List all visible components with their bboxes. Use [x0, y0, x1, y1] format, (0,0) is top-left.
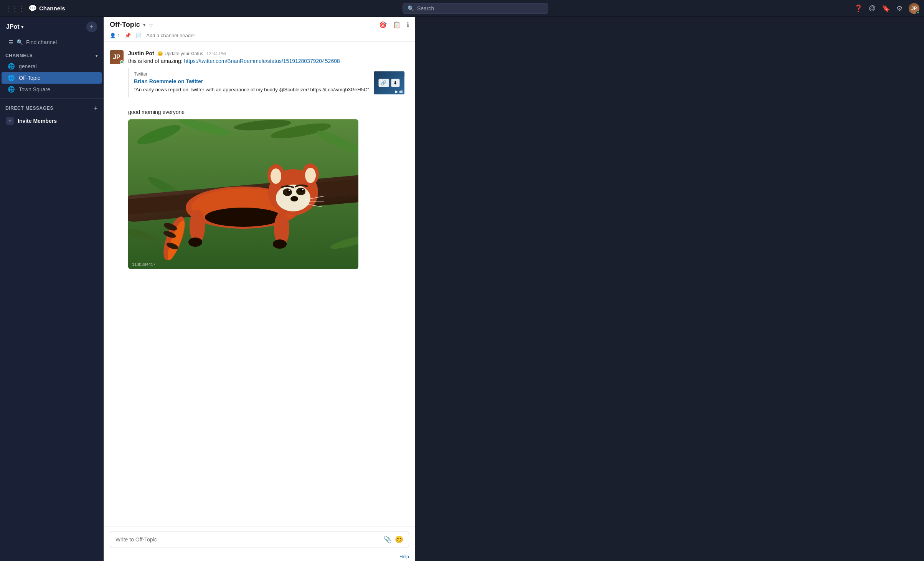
search-box[interactable]: 🔍 Search — [403, 3, 548, 14]
message-text: this is kind of amazing: https://twitter… — [128, 57, 409, 65]
status-text: Update your status — [165, 51, 203, 56]
channels-icon: 💬 — [28, 4, 37, 13]
bookmark-icon[interactable]: 🔖 — [882, 4, 890, 13]
embed-download-button[interactable]: ⬇ — [391, 79, 399, 87]
goal-icon[interactable]: 🎯 — [379, 21, 387, 28]
topbar-center: 🔍 Search — [104, 3, 847, 14]
invite-icon: + — [6, 117, 14, 125]
embed-thumbnail[interactable]: 🔗 ⬇ ▶ 45 — [374, 71, 404, 94]
sidebar-item-town-square[interactable]: 🌐 Town Square — [2, 84, 102, 95]
members-count: 1 — [117, 33, 120, 38]
dm-label: DIRECT MESSAGES — [5, 106, 53, 111]
svg-point-28 — [271, 168, 281, 184]
svg-point-19 — [205, 208, 282, 227]
filter-icon: ☰ — [8, 39, 13, 45]
message-item: JP Justin Pot 😊 Update your status 12:04… — [110, 48, 409, 103]
svg-point-23 — [273, 239, 287, 249]
invite-members-item[interactable]: + Invite Members — [0, 115, 103, 127]
emoji-input-icon[interactable]: 😊 — [395, 535, 403, 544]
file-meta[interactable]: 📄 — [135, 33, 142, 38]
sidebar-search[interactable]: ☰ 🔍 Find channel — [3, 37, 100, 48]
search-placeholder: Search — [417, 5, 434, 12]
apps-icon[interactable]: ⋮⋮⋮ — [5, 4, 25, 13]
embed-title[interactable]: Brian Roemmele on Twitter — [134, 78, 369, 84]
embed-description: “An early news report on Twitter with an… — [134, 86, 369, 94]
sidebar-item-label: general — [19, 63, 37, 69]
svg-point-33 — [300, 188, 304, 192]
channel-header-right: 🎯 📋 ℹ — [379, 21, 409, 28]
clipboard-icon[interactable]: 📋 — [393, 21, 401, 28]
topbar-right: ❓ @ 🔖 ⚙ JP — [847, 3, 924, 14]
globe-icon: 🌐 — [8, 63, 15, 70]
message-author: Justin Pot — [128, 50, 154, 56]
message-time: 12:04 PM — [206, 51, 226, 56]
globe-icon-3: 🌐 — [8, 86, 15, 93]
mention-icon[interactable]: @ — [869, 4, 876, 12]
message-input-box: 📎 😊 — [110, 531, 409, 548]
svg-point-29 — [305, 168, 316, 183]
attachment-icon[interactable]: 📎 — [383, 535, 392, 544]
search-icon: 🔍 — [408, 5, 414, 12]
embed-source: Twitter — [134, 71, 369, 77]
embed-content: Twitter Brian Roemmele on Twitter “An ea… — [134, 71, 369, 94]
sidebar-divider — [0, 98, 103, 99]
dm-add-button[interactable]: + — [94, 105, 98, 112]
status-indicator[interactable]: 😊 Update your status — [157, 51, 203, 56]
help-icon[interactable]: ❓ — [854, 4, 863, 13]
svg-text:1130384417: 1130384417 — [132, 262, 155, 267]
globe-icon-2: 🌐 — [8, 74, 15, 81]
info-icon[interactable]: ℹ — [407, 21, 409, 28]
file-icon: 📄 — [135, 33, 142, 38]
find-channel-text: Find channel — [26, 39, 57, 45]
sidebar-item-label: Off-Topic — [19, 75, 40, 81]
members-meta[interactable]: 👤 1 — [110, 33, 120, 38]
star-icon[interactable]: ☆ — [148, 22, 153, 28]
svg-point-36 — [290, 196, 298, 201]
workspace-name: JPot ▾ — [6, 23, 23, 30]
sidebar-item-off-topic[interactable]: 🌐 Off-Topic — [2, 72, 102, 84]
sidebar-item-general[interactable]: 🌐 general — [2, 61, 102, 72]
workspace-header[interactable]: JPot ▾ + — [0, 17, 103, 37]
online-badge — [916, 11, 920, 14]
help-link[interactable]: Help — [399, 554, 409, 559]
embed-thumbnail-actions: 🔗 ⬇ — [378, 79, 399, 87]
message-text-2: good morning everyone — [128, 108, 409, 116]
footer: Help — [104, 553, 415, 561]
svg-point-34 — [289, 190, 290, 191]
message-body-2: good morning everyone — [128, 108, 409, 269]
add-channel-button[interactable]: + — [86, 21, 97, 32]
topbar-left: ⋮⋮⋮ 💬 Channels — [0, 4, 104, 13]
avatar: JP — [110, 50, 124, 64]
red-panda-image[interactable]: gettyimages® Marianne Purdie 1130384417 — [128, 119, 358, 269]
topbar-brand: 💬 Channels — [28, 4, 65, 13]
message-item-2: good morning everyone — [110, 106, 409, 271]
channels-section-header[interactable]: CHANNELS ▾ — [0, 51, 103, 61]
message-link[interactable]: https://twitter.com/BrianRoemmele/status… — [184, 58, 340, 64]
message-input[interactable] — [116, 536, 380, 543]
sidebar: JPot ▾ + ☰ 🔍 Find channel CHANNELS ▾ 🌐 g… — [0, 17, 104, 561]
embed-link-button[interactable]: 🔗 — [378, 79, 389, 87]
sidebar-item-label: Town Square — [19, 86, 50, 92]
channel-meta-row: 👤 1 📌 📄 Add a channel header — [110, 31, 409, 41]
pin-meta[interactable]: 📌 — [125, 33, 131, 38]
members-icon: 👤 — [110, 33, 116, 38]
add-header-button[interactable]: Add a channel header — [146, 33, 195, 38]
channel-dropdown-icon[interactable]: ▾ — [143, 22, 145, 28]
channels-label: CHANNELS — [5, 53, 33, 58]
messages-area[interactable]: JP Justin Pot 😊 Update your status 12:04… — [104, 42, 415, 526]
svg-point-22 — [188, 238, 202, 247]
settings-icon[interactable]: ⚙ — [896, 4, 903, 13]
svg-point-35 — [302, 189, 304, 190]
pin-icon: 📌 — [125, 33, 131, 38]
channel-title-row: Off-Topic ▾ ☆ 🎯 📋 ℹ — [110, 21, 409, 31]
brand-name: Channels — [39, 5, 65, 12]
user-avatar[interactable]: JP — [909, 3, 919, 14]
channel-title: Off-Topic — [110, 21, 140, 29]
message-body: Justin Pot 😊 Update your status 12:04 PM… — [128, 50, 409, 101]
invite-members-label: Invite Members — [18, 118, 57, 124]
section-toggle-icon: ▾ — [96, 54, 98, 58]
status-icon: 😊 — [157, 51, 163, 56]
message-header: Justin Pot 😊 Update your status 12:04 PM — [128, 50, 409, 56]
workspace-dropdown-icon: ▾ — [21, 24, 23, 30]
search-icon-small: 🔍 — [16, 39, 23, 45]
